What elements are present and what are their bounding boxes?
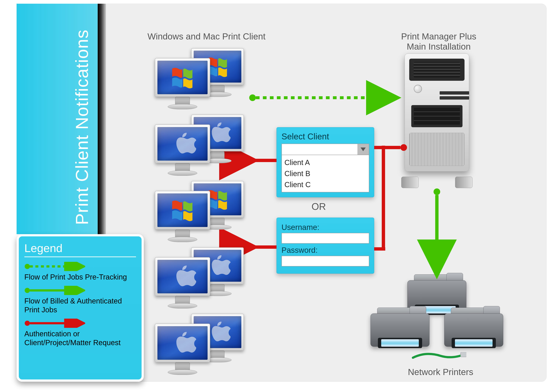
svg-point-4 xyxy=(25,321,30,326)
printers-label: Network Printers xyxy=(394,367,487,377)
legend-row-1: Flow of Print Jobs Pre-Tracking xyxy=(24,262,136,281)
cable-icon xyxy=(411,352,466,360)
legend-caption-1: Flow of Print Jobs Pre-Tracking xyxy=(24,273,136,281)
sidebar-edge xyxy=(98,4,106,234)
arrow-auth-bottom-right-icon xyxy=(374,245,387,253)
chevron-down-icon[interactable] xyxy=(357,144,369,155)
workstation-pair xyxy=(155,313,245,379)
workstation-pair xyxy=(155,113,245,180)
monitor-icon xyxy=(155,191,210,239)
printers-cluster xyxy=(371,273,503,352)
legend-caption-2: Flow of Billed & Authenticated Print Job… xyxy=(24,296,136,314)
svg-point-12 xyxy=(400,144,407,151)
client-option[interactable]: Client C xyxy=(284,179,366,190)
legend-arrow-solid-red-icon xyxy=(24,319,85,328)
legend-card: Legend Flow of Print Jobs Pre-Tracking F… xyxy=(17,234,144,382)
svg-point-8 xyxy=(249,94,256,101)
client-option[interactable]: Client A xyxy=(284,157,366,168)
svg-point-10 xyxy=(434,189,440,195)
svg-point-2 xyxy=(25,288,30,293)
legend-row-3: Authentication or Client/Project/Matter … xyxy=(24,319,136,347)
client-option[interactable]: Client B xyxy=(284,168,366,179)
workstation-pair xyxy=(155,47,245,113)
arrow-auth-to-ws-2-icon xyxy=(243,242,278,253)
arrow-billed-icon xyxy=(429,188,444,273)
legend-caption-3: Authentication or Client/Project/Matter … xyxy=(24,329,136,347)
sidebar-tab: Print Client Notifications xyxy=(17,4,98,234)
legend-arrow-solid-green-icon xyxy=(24,286,85,295)
server-label: Print Manager Plus Main Installation xyxy=(391,31,487,52)
server-label-line1: Print Manager Plus xyxy=(391,31,487,42)
arrow-pretracking-icon xyxy=(249,92,396,103)
svg-rect-7 xyxy=(460,352,466,357)
select-client-heading: Select Client xyxy=(282,132,369,141)
or-label: OR xyxy=(311,201,326,212)
monitor-icon xyxy=(155,58,210,106)
login-card: Username: Password: xyxy=(276,217,374,274)
arrow-auth-top-right-icon xyxy=(374,142,407,153)
password-field[interactable] xyxy=(282,256,369,266)
server-icon xyxy=(397,54,477,186)
svg-point-0 xyxy=(25,264,30,269)
monitor-icon xyxy=(155,257,210,305)
diagram-stage: Print Client Notifications Legend Flow o… xyxy=(0,0,553,392)
username-field[interactable] xyxy=(282,233,369,244)
legend-title: Legend xyxy=(24,242,136,255)
workstations-label: Windows and Mac Print Client xyxy=(147,31,280,42)
username-label: Username: xyxy=(282,223,369,232)
workstations-column xyxy=(155,47,245,379)
password-label: Password: xyxy=(282,246,369,255)
select-client-card: Select Client Client A Client B Client C xyxy=(276,127,374,197)
monitor-icon xyxy=(155,125,210,172)
server-label-line2: Main Installation xyxy=(391,42,487,52)
sidebar-title: Print Client Notifications xyxy=(72,29,92,225)
legend-row-2: Flow of Billed & Authenticated Print Job… xyxy=(24,286,136,314)
legend-divider xyxy=(24,257,136,257)
monitor-icon xyxy=(155,324,210,371)
printer-icon xyxy=(444,306,503,352)
arrow-auth-vertical-icon xyxy=(380,146,387,249)
arrow-auth-to-ws-1-icon xyxy=(243,155,278,166)
client-options-list: Client A Client B Client C xyxy=(282,155,369,192)
client-select[interactable] xyxy=(282,144,369,155)
workstation-pair xyxy=(155,246,245,313)
workstation-pair xyxy=(155,180,245,246)
legend-arrow-dotted-icon xyxy=(24,262,85,271)
printer-icon xyxy=(371,306,429,352)
